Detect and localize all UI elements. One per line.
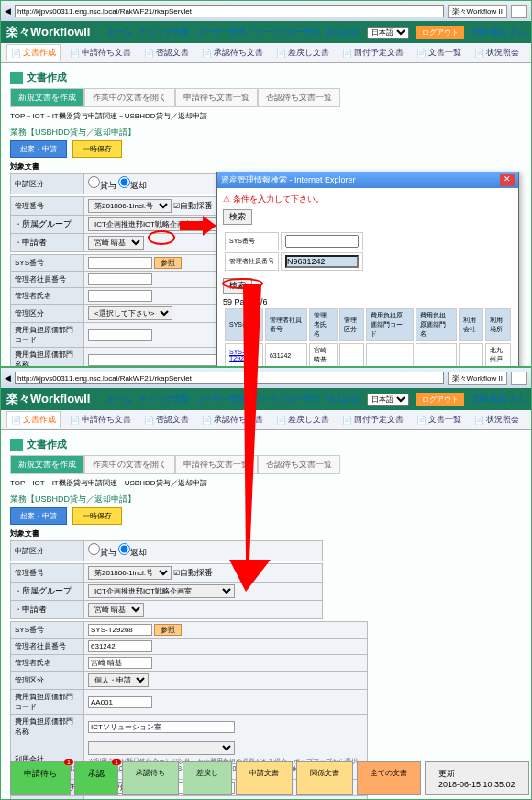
group-select[interactable]: ICT企画推進部ICT戦略企画室 [88,217,235,231]
browser-tab-blank[interactable] [511,5,527,18]
sys-input[interactable] [88,257,152,269]
nav-personal[interactable]: 個人設定 [327,27,360,39]
subnav-2: 📄文書作成 📄申請待ち文書 📄否認文書 📄承認待ち文書 📄差戻し文書 📄回付予定… [1,410,531,430]
group-select-2[interactable]: ICT企画推進部ICT戦略企画室 [88,584,235,598]
subnav-return[interactable]: 📄差戻し文書 [272,45,333,61]
logout-button-2[interactable]: ログアウト [416,393,464,406]
subnav-list[interactable]: 📄文書一覧 [413,45,465,61]
mgmt-div-select-2[interactable]: 個人・申請 [88,673,149,687]
sys-input-2[interactable] [88,624,152,636]
browser-tab-2[interactable]: 楽々Workflow II [448,372,507,385]
pill-all[interactable]: 全ての文書 [357,761,421,795]
nav-check-2[interactable]: チェック管理 [139,394,189,406]
popup-search-button-2[interactable]: 検索 [223,278,252,294]
tab-new[interactable]: 新規文書を作成 [10,88,84,107]
popup-close-icon[interactable]: ✕ [500,174,515,186]
subnav-approve-2[interactable]: 📄否認文書 [140,412,193,428]
subnav-pending[interactable]: 📄申請待ち文書 [66,45,135,61]
popup-row-name: 宮崎 晴基 [309,343,338,367]
budget-name-input-2[interactable] [88,721,235,733]
applicant-select[interactable]: 宮崎 晴基 [88,236,144,250]
nav-home[interactable]: ホーム [107,27,132,39]
tab-approve-2[interactable]: 否認待ち文書一覧 [258,455,340,474]
emp-name-input[interactable] [88,290,152,302]
nav-workflow[interactable]: ワークフロー管理 [253,27,319,39]
subnav-create-2[interactable]: 📄文書作成 [6,411,61,428]
save-button[interactable]: 一時保存 [72,140,122,158]
back-icon-2[interactable]: ◀ [5,373,11,383]
lend-radio-2[interactable] [88,543,100,555]
budget-code-input[interactable] [88,329,152,341]
popup-emp-input[interactable] [285,255,359,268]
save-button-2[interactable]: 一時保存 [72,507,122,525]
return-radio[interactable] [118,176,130,188]
url-bar[interactable] [15,5,444,17]
pill-update[interactable]: 更新2018-06-15 10:35:02 [425,761,529,795]
nav-personal-2[interactable]: 個人設定 [327,394,360,406]
nav-home-2[interactable]: ホーム [107,394,132,406]
tab-pending[interactable]: 申請待ち文書一覧 [175,88,258,107]
sys-search-button-2[interactable]: 参照 [154,624,182,636]
back-icon[interactable]: ◀ [5,6,11,16]
popup-row-sys[interactable]: SYS-T29268 [225,343,263,367]
lang-select[interactable]: 日本語 [367,27,409,39]
popup-sys-input[interactable] [285,235,359,248]
tab-wip[interactable]: 作業中の文書を開く [84,88,175,107]
pill-approve[interactable]: 承認1 [74,761,118,795]
pill-pending[interactable]: 申請待ち1 [10,761,71,795]
subnav-confirm-2[interactable]: 📄承認待ち文書 [198,412,267,428]
emp-no-input-2[interactable] [88,640,152,652]
submit-button-2[interactable]: 起案・申請 [10,507,67,525]
mgmt-div-select[interactable]: <選択して下さい> [88,306,172,320]
popup-col-emp: 管理者社員番号 [265,308,307,341]
mgmt-no-label-2: 管理番号 [11,564,84,583]
subnav-approve[interactable]: 📄否認文書 [140,45,193,61]
lang-select-2[interactable]: 日本語 [367,394,409,406]
lend-radio[interactable] [88,176,100,188]
logo-bar: 楽々WorkflowII ホーム チェック管理 ユーザー管理 ワークフロー管理 … [1,21,531,43]
browser-tab[interactable]: 楽々Workflow II [448,5,507,18]
subnav-confirm[interactable]: 📄承認待ち文書 [198,45,267,61]
emp-no-input[interactable] [88,273,152,285]
subnav-pending-2[interactable]: 📄申請待ち文書 [66,412,135,428]
browser-tab-blank-2[interactable] [511,372,527,385]
mgmt-no-select[interactable]: 第201806-1incl.号 [88,199,172,213]
emp-name-input-2[interactable] [88,657,152,669]
subnav-scheduled-2[interactable]: 📄回付予定文書 [338,412,407,428]
subnav-return-2[interactable]: 📄差戻し文書 [272,412,333,428]
pill-apply[interactable]: 申請文書 [236,761,293,795]
section-label-2: 対象文書 [10,528,531,539]
applicant-label: ・申請者 [11,234,84,252]
budget-name-input[interactable] [88,354,235,366]
nav-check[interactable]: チェック管理 [139,27,189,39]
subnav-list-2[interactable]: 📄文書一覧 [413,412,465,428]
sys-search-button[interactable]: 参照 [154,257,182,269]
app-logo-2: 楽々WorkflowII [6,391,90,407]
url-bar-2[interactable] [15,372,444,384]
budget-code-input-2[interactable] [88,696,152,708]
pill-confirm[interactable]: 承認待ち [122,761,179,795]
popup-result-row[interactable]: SYS-T29268 631242 宮崎 晴基 北九州戸 [225,343,511,367]
nav-user-2[interactable]: ユーザー管理 [196,394,246,406]
tab-approve[interactable]: 否認待ち文書一覧 [258,88,340,107]
subnav-status-2[interactable]: 📄状況照会 [471,412,523,428]
subnav-create[interactable]: 📄文書作成 [6,44,61,61]
company-select-2[interactable] [88,741,235,755]
applicant-select-2[interactable]: 宮崎 晴基 [88,603,144,617]
nav-workflow-2[interactable]: ワークフロー管理 [253,394,319,406]
nav-user[interactable]: ユーザー管理 [196,27,246,39]
tab-wip-2[interactable]: 作業中の文書を開く [84,455,175,474]
return-radio-2[interactable] [118,543,130,555]
browser-chrome: ◀ 楽々Workflow II [1,1,531,21]
subnav-status[interactable]: 📄状況照会 [471,45,523,61]
popup-search-button-1[interactable]: 検索 [223,209,252,225]
logout-button[interactable]: ログアウト [416,26,464,39]
tab-pending-2[interactable]: 申請待ち文書一覧 [175,455,258,474]
subnav-scheduled[interactable]: 📄回付予定文書 [338,45,407,61]
mgmt-no-select-2[interactable]: 第201806-1incl.号 [88,566,172,580]
submit-button[interactable]: 起案・申請 [10,140,67,158]
tab-new-2[interactable]: 新規文書を作成 [10,455,84,474]
pill-related[interactable]: 関係文書 [296,761,353,795]
page-title: 文書作成 [10,71,531,84]
pill-return[interactable]: 差戻し [183,761,232,795]
